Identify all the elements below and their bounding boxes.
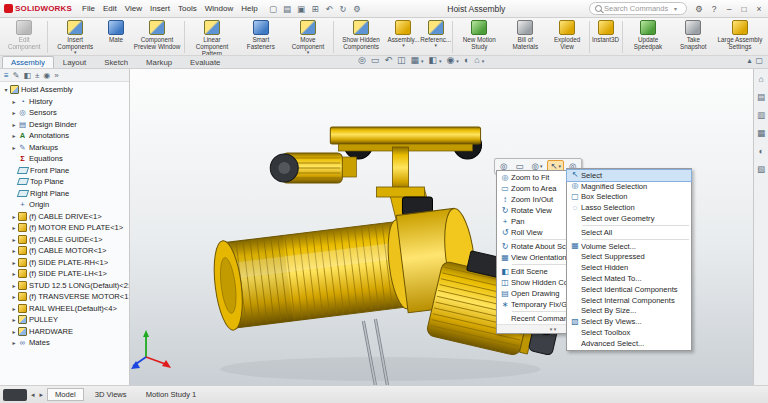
tree-item-motor-end-plate[interactable]: ▸ (f) MOTOR END PLATE<1> <box>2 222 129 234</box>
tree-item-history[interactable]: ▸ ◔ History <box>2 96 129 108</box>
instant3d-button[interactable]: Instant3D <box>591 19 621 55</box>
tree-item-equations[interactable]: Σ Equations <box>2 153 129 165</box>
expand-arrow-icon[interactable]: ▸ <box>10 282 18 289</box>
pin-commandmanager-icon[interactable]: ▴ <box>747 56 751 65</box>
tree-item-stud-12-5-long[interactable]: ▸ STUD 12.5 LONG(Default)<2> <box>2 280 129 292</box>
tree-item-hardware[interactable]: ▸ HARDWARE <box>2 326 129 338</box>
menu-item-box-selection[interactable]: ▢ Box Selection <box>567 192 691 203</box>
previous-view-icon[interactable]: ↶ <box>384 56 392 65</box>
tab-markup[interactable]: Markup <box>137 56 181 68</box>
tab-evaluate[interactable]: Evaluate <box>181 56 229 68</box>
close-icon[interactable]: × <box>754 4 764 14</box>
options-icon[interactable]: ⚙ <box>351 4 364 14</box>
menu-item-volume-select[interactable]: ▦ Volume Select... <box>567 241 691 252</box>
maximize-icon[interactable]: □ <box>739 4 749 14</box>
featuremanager-tab-icon[interactable]: ≡ <box>4 71 9 80</box>
tabs-scroll-right-icon[interactable]: ▸ <box>39 391 45 399</box>
linear-component-pattern-button[interactable]: Linear Component Pattern <box>186 19 238 55</box>
bill-of-materials-button[interactable]: Bill of Materials <box>504 19 546 55</box>
minimize-icon[interactable]: – <box>724 4 734 14</box>
expand-arrow-icon[interactable]: ▸ <box>10 259 18 266</box>
graphics-area[interactable]: ◎ ▭ ◎ ▾ ↖ ▾ ◎ ◎ <box>130 69 753 385</box>
appearances-scenes-icon[interactable]: ◐ <box>758 146 763 156</box>
tree-item-annotations[interactable]: ▸ A Annotations <box>2 130 129 142</box>
dimxpertmanager-tab-icon[interactable]: ± <box>35 71 39 80</box>
propertymanager-tab-icon[interactable]: ✎ <box>13 71 20 80</box>
tree-item-cable-guide[interactable]: ▸ (f) CABLE GUIDE<1> <box>2 234 129 246</box>
menu-insert[interactable]: Insert <box>146 3 174 14</box>
zoom-to-fit-icon[interactable]: ◎ <box>358 56 366 65</box>
tree-item-side-plate-rh[interactable]: ▸ (f) SIDE PLATE-RH<1> <box>2 257 129 269</box>
edit-component-button[interactable]: Edit Component <box>2 19 46 55</box>
tree-item-front-plane[interactable]: Front Plane <box>2 165 129 177</box>
new-document-icon[interactable]: ▢ <box>267 4 280 14</box>
tab-sketch[interactable]: Sketch <box>95 56 137 68</box>
expand-arrow-icon[interactable]: ▸ <box>10 213 18 220</box>
options-gear-icon[interactable]: ⚙ <box>694 4 704 14</box>
component-preview-window-button[interactable]: Component Preview Window <box>131 19 183 55</box>
reference-geometry-button[interactable]: Referenc... ▾ <box>420 19 452 55</box>
menu-edit[interactable]: Edit <box>99 3 121 14</box>
apply-scene-icon[interactable]: ⌂ <box>474 56 479 65</box>
search-box[interactable]: ▾ <box>589 2 687 15</box>
expand-arrow-icon[interactable]: ▸ <box>10 328 18 335</box>
menu-item-magnified-selection[interactable]: ◎ Magnified Selection <box>567 181 691 192</box>
design-library-icon[interactable]: ▤ <box>757 92 765 102</box>
tree-item-pulley[interactable]: ▸ PULLEY <box>2 314 129 326</box>
menu-item-select-suppressed[interactable]: Select Suppressed <box>567 252 691 263</box>
undock-commandmanager-icon[interactable]: ▢ <box>755 56 763 65</box>
configurationmanager-tab-icon[interactable]: ◧ <box>23 71 31 80</box>
tab-layout[interactable]: Layout <box>54 56 95 68</box>
search-input[interactable] <box>604 4 674 13</box>
menu-item-select-by-views[interactable]: ▧ Select By Views... <box>567 316 691 327</box>
help-icon[interactable]: ? <box>709 4 719 14</box>
expand-arrow-icon[interactable]: ▸ <box>10 339 18 346</box>
tree-item-top-plane[interactable]: Top Plane <box>2 176 129 188</box>
print-icon[interactable]: ⊞ <box>309 4 322 14</box>
expand-arrow-icon[interactable]: ▸ <box>10 316 18 323</box>
edit-appearance-icon[interactable]: ◐ <box>464 56 469 65</box>
expand-arrow-icon[interactable]: ▸ <box>10 109 18 116</box>
tree-item-rail-wheel[interactable]: ▸ RAIL WHEEL(Default)<4> <box>2 303 129 315</box>
expand-arrow-icon[interactable]: ▸ <box>10 121 18 128</box>
menu-item-select-mated-to[interactable]: Select Mated To... <box>567 273 691 284</box>
undo-icon[interactable]: ↶ <box>323 4 336 14</box>
file-explorer-icon[interactable]: ▥ <box>757 110 765 120</box>
insert-components-button[interactable]: Insert Components ▾ <box>49 19 101 55</box>
show-hidden-components-button[interactable]: Show Hidden Components <box>335 19 387 55</box>
menu-help[interactable]: Help <box>237 3 261 14</box>
panel-overflow-icon[interactable]: » <box>54 71 58 80</box>
tree-item-side-plate-lh[interactable]: ▸ (f) SIDE PLATE-LH<1> <box>2 268 129 280</box>
tree-item-origin[interactable]: + Origin <box>2 199 129 211</box>
view-orientation-icon[interactable]: ▦ <box>410 56 419 65</box>
statusbar-tab-model[interactable]: Model <box>47 388 84 401</box>
menu-item-lasso-selection[interactable]: ◌ Lasso Selection <box>567 202 691 213</box>
statusbar-tab-3d-views[interactable]: 3D Views <box>87 388 135 401</box>
expand-arrow-icon[interactable]: ▸ <box>10 305 18 312</box>
take-snapshot-button[interactable]: Take Snapshot <box>673 19 714 55</box>
expand-arrow-icon[interactable]: ▸ <box>10 293 18 300</box>
expand-arrow-icon[interactable]: ▸ <box>10 224 18 231</box>
menu-file[interactable]: File <box>78 3 99 14</box>
tree-item-right-plane[interactable]: Right Plane <box>2 188 129 200</box>
update-speedpak-button[interactable]: Update Speedpak <box>623 19 672 55</box>
solidworks-resources-icon[interactable]: ⌂ <box>758 74 763 84</box>
menu-item-select-hidden[interactable]: Select Hidden <box>567 262 691 273</box>
open-icon[interactable]: ▤ <box>281 4 294 14</box>
assembly-features-button[interactable]: Assembly... ▾ <box>387 19 420 55</box>
menu-item-select-identical-components[interactable]: Select Identical Components <box>567 284 691 295</box>
menu-item-select-toolbox[interactable]: Select Toolbox <box>567 327 691 338</box>
tree-item-transverse-motor[interactable]: ▸ (f) TRANSVERSE MOTOR<1> <box>2 291 129 303</box>
custom-properties-icon[interactable]: ▧ <box>757 164 765 174</box>
tree-item-design-binder[interactable]: ▸ ▤ Design Binder <box>2 119 129 131</box>
expand-arrow-icon[interactable]: ▸ <box>10 132 18 139</box>
mate-button[interactable]: Mate <box>101 19 131 55</box>
tree-root-hoist-assembly[interactable]: ▾ Hoist Assembly <box>2 84 129 96</box>
tree-item-cable-drive[interactable]: ▸ (f) CABLE DRIVE<1> <box>2 211 129 223</box>
hide-show-items-icon[interactable]: ◉ <box>447 56 455 65</box>
expand-arrow-icon[interactable]: ▸ <box>10 236 18 243</box>
move-component-button[interactable]: Move Component ▾ <box>284 19 333 55</box>
expand-arrow-icon[interactable]: ▸ <box>10 270 18 277</box>
expand-arrow-icon[interactable]: ▸ <box>10 144 18 151</box>
menu-tools[interactable]: Tools <box>174 3 201 14</box>
